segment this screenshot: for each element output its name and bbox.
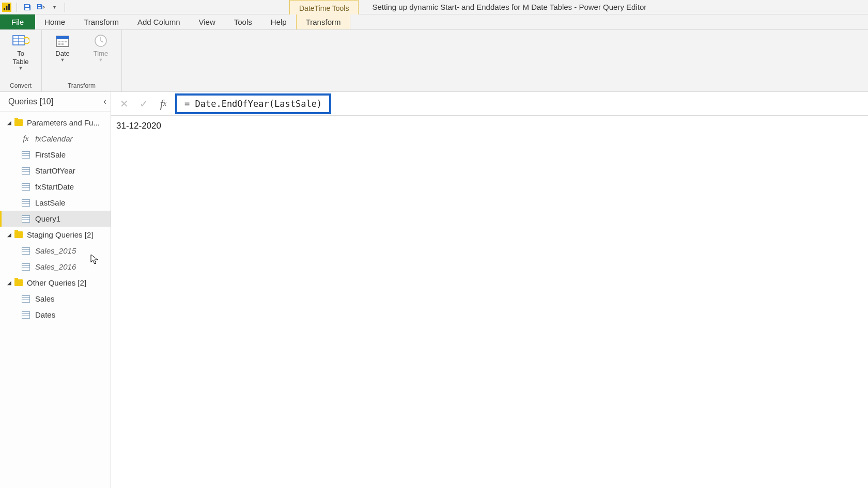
qat-customize-caret[interactable]: ▾ (49, 2, 59, 12)
query-lastsale[interactable]: LastSale (0, 195, 111, 211)
svg-rect-6 (38, 7, 41, 8)
ribbon-group-label-convert: Convert (5, 81, 36, 89)
ribbon-group-transform: Date ▼ Time ▼ Transform (42, 30, 122, 91)
expand-toggle-icon[interactable]: ◢ (7, 280, 12, 286)
table-icon (22, 215, 30, 223)
svg-rect-14 (58, 41, 60, 42)
svg-rect-15 (61, 41, 64, 42)
time-label: Time (94, 50, 108, 58)
formula-result: 31-12-2020 (111, 116, 868, 136)
chevron-down-icon: ▼ (60, 58, 65, 62)
svg-rect-13 (56, 36, 69, 39)
folder-icon (14, 119, 23, 126)
workspace: Queries [10] ‹ ◢ Parameters and Fu... fx… (0, 92, 868, 488)
window-title: Setting up dynamic Start- and Enddates f… (359, 3, 646, 11)
tab-tools[interactable]: Tools (225, 14, 261, 29)
query-sales[interactable]: Sales (0, 291, 111, 307)
query-dates[interactable]: Dates (0, 307, 111, 323)
queries-pane-title: Queries [10] (8, 97, 53, 106)
app-icon (2, 3, 11, 12)
svg-rect-3 (25, 5, 29, 7)
titlebar-center: DateTime Tools Setting up dynamic Start-… (83, 0, 868, 14)
collapse-pane-button[interactable]: ‹ (103, 96, 106, 107)
table-icon (22, 199, 30, 207)
qat-separator-2 (65, 3, 65, 12)
query-startofyear[interactable]: StartOfYear (0, 163, 111, 179)
clock-icon (91, 33, 111, 49)
tab-file[interactable]: File (0, 14, 35, 29)
date-button[interactable]: Date ▼ (47, 33, 78, 62)
formula-input[interactable]: = Date.EndOfYear(LastSale) (175, 93, 331, 114)
tab-transform[interactable]: Transform (74, 14, 128, 29)
ribbon-group-convert: To Table ▼ Convert (0, 30, 42, 91)
content-area: ✕ ✓ fx = Date.EndOfYear(LastSale) 31-12-… (111, 92, 868, 488)
query-sales-2016[interactable]: Sales_2016 (0, 259, 111, 275)
svg-rect-4 (25, 8, 29, 10)
time-button[interactable]: Time ▼ (85, 33, 116, 62)
chevron-down-icon: ▼ (99, 58, 103, 62)
qat-separator (17, 3, 17, 12)
date-label: Date (55, 50, 69, 58)
function-icon: fx (22, 134, 30, 143)
folder-other-queries[interactable]: ◢ Other Queries [2] (0, 275, 111, 291)
folder-label: Other Queries [2] (27, 278, 86, 287)
query-firstsale[interactable]: FirstSale (0, 147, 111, 163)
folder-label: Parameters and Fu... (27, 118, 100, 127)
svg-rect-16 (65, 41, 67, 42)
query-fxcalendar[interactable]: fx fxCalendar (0, 131, 111, 147)
folder-icon (14, 231, 23, 238)
fx-button[interactable]: fx (153, 94, 173, 114)
query-label: Query1 (35, 214, 60, 223)
queries-tree: ◢ Parameters and Fu... fx fxCalendar Fir… (0, 112, 111, 323)
folder-staging-queries[interactable]: ◢ Staging Queries [2] (0, 227, 111, 243)
expand-toggle-icon[interactable]: ◢ (7, 120, 12, 125)
table-icon (22, 167, 30, 175)
query-label: LastSale (35, 198, 65, 207)
table-icon (22, 311, 30, 319)
table-icon (22, 151, 30, 159)
formula-bar: ✕ ✓ fx = Date.EndOfYear(LastSale) (111, 92, 868, 116)
query-query1[interactable]: Query1 (0, 211, 111, 227)
folder-parameters-and-functions[interactable]: ◢ Parameters and Fu... (0, 115, 111, 131)
chevron-down-icon: ▼ (19, 66, 23, 70)
svg-rect-5 (38, 5, 41, 6)
query-label: Sales (35, 294, 55, 303)
tab-help[interactable]: Help (261, 14, 296, 29)
folder-label: Staging Queries [2] (27, 230, 93, 239)
query-label: fxCalendar (35, 134, 73, 143)
svg-rect-17 (58, 43, 60, 45)
ribbon-body: To Table ▼ Convert Date ▼ Time ▼ Tran (0, 30, 868, 92)
query-label: Sales_2016 (35, 262, 76, 271)
tab-view[interactable]: View (190, 14, 225, 29)
titlebar: ▾ DateTime Tools Setting up dynamic Star… (0, 0, 868, 14)
folder-icon (14, 279, 23, 286)
commit-formula-button[interactable]: ✓ (134, 94, 153, 114)
cancel-formula-button[interactable]: ✕ (114, 94, 134, 114)
query-fxstartdate[interactable]: fxStartDate (0, 179, 111, 195)
save-icon[interactable] (22, 2, 33, 12)
table-icon (22, 295, 30, 303)
tab-home[interactable]: Home (35, 14, 74, 29)
svg-rect-18 (61, 43, 64, 45)
svg-rect-2 (8, 4, 10, 10)
ribbon-tabs: File Home Transform Add Column View Tool… (0, 14, 868, 30)
tab-add-column[interactable]: Add Column (128, 14, 190, 29)
to-table-icon (11, 33, 30, 49)
save-dropdown-icon[interactable] (36, 2, 46, 12)
svg-rect-0 (4, 8, 5, 10)
query-label: Sales_2015 (35, 246, 76, 255)
tab-datetime-transform[interactable]: Transform (296, 14, 351, 29)
table-icon (22, 247, 30, 255)
query-label: StartOfYear (35, 166, 75, 175)
svg-rect-1 (6, 6, 8, 10)
table-icon (22, 183, 30, 191)
query-label: Dates (35, 310, 55, 319)
calendar-icon (53, 33, 72, 49)
to-table-button[interactable]: To Table ▼ (5, 33, 36, 70)
query-sales-2015[interactable]: Sales_2015 (0, 243, 111, 259)
quick-access-toolbar: ▾ (0, 2, 67, 12)
contextual-tool-tab: DateTime Tools (289, 0, 359, 14)
query-label: fxStartDate (35, 182, 74, 191)
expand-toggle-icon[interactable]: ◢ (7, 232, 12, 238)
query-label: FirstSale (35, 150, 66, 159)
